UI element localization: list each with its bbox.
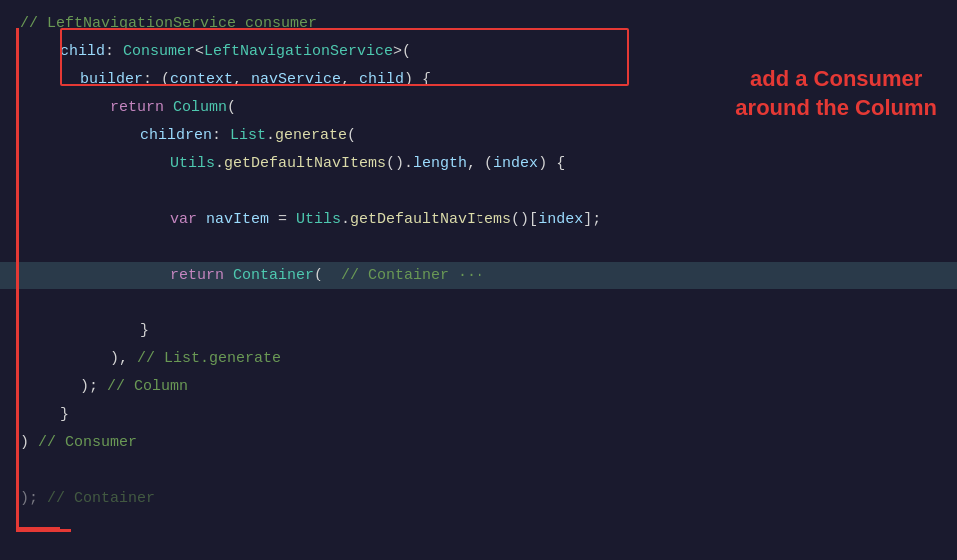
code-line-1: // LeftNavigationService consumer — [0, 10, 957, 38]
code-token: ); — [20, 485, 47, 513]
code-token: : ( — [143, 66, 170, 94]
code-token: : — [212, 122, 230, 150]
code-token: navService — [251, 66, 341, 94]
code-line-15: } — [0, 401, 957, 429]
code-token: getDefaultNavItems — [224, 150, 386, 178]
code-token: >( — [393, 38, 411, 66]
code-token: ()[ — [511, 206, 538, 234]
code-token: Consumer — [123, 38, 195, 66]
code-token: : — [105, 38, 123, 66]
code-token: index — [493, 150, 538, 178]
code-token: ) { — [404, 66, 431, 94]
code-line-4: return Column( — [0, 94, 957, 122]
code-token: ); — [80, 373, 107, 401]
code-token: (). — [386, 150, 413, 178]
code-line-8: var navItem = Utils.getDefaultNavItems()… — [0, 206, 957, 234]
code-token: . — [215, 150, 224, 178]
code-token: children — [140, 122, 212, 150]
code-token: ( — [347, 122, 356, 150]
code-token: ) — [20, 429, 38, 457]
code-token: Container — [233, 262, 314, 289]
code-token: // Column — [107, 373, 188, 401]
code-token: List — [230, 122, 266, 150]
code-line-11 — [0, 289, 957, 317]
code-line-18: ); // Container — [0, 485, 957, 513]
code-token: length — [413, 150, 467, 178]
code-token: getDefaultNavItems — [350, 206, 511, 234]
code-token: Utils — [296, 206, 341, 234]
code-token: ( — [227, 94, 236, 122]
code-line-17 — [0, 457, 957, 485]
code-token: LeftNavigationService — [204, 38, 393, 66]
code-editor: add a Consumer around the Column // Left… — [0, 0, 957, 560]
red-bottom-line — [16, 529, 71, 532]
code-token: } — [60, 401, 69, 429]
code-line-6: Utils.getDefaultNavItems().length, (inde… — [0, 150, 957, 178]
code-token: child — [60, 38, 105, 66]
code-line-14: ); // Column — [0, 373, 957, 401]
code-token: ]; — [583, 206, 601, 234]
code-token: . — [266, 122, 275, 150]
code-token: . — [341, 206, 350, 234]
code-token: // LeftNavigationService consumer — [20, 10, 317, 38]
code-line-10: return Container( // Container ··· — [0, 262, 957, 289]
code-line-9 — [0, 234, 957, 262]
code-token: , ( — [467, 150, 493, 178]
code-token: return — [110, 94, 173, 122]
code-token: , — [341, 66, 359, 94]
code-token: index — [538, 206, 583, 234]
code-token: Column — [173, 94, 227, 122]
code-line-16: ) // Consumer — [0, 429, 957, 457]
code-token: builder — [80, 66, 143, 94]
code-token: // Consumer — [38, 429, 137, 457]
code-line-3: builder: (context, navService, child) { — [0, 66, 957, 94]
code-token: Utils — [170, 150, 215, 178]
code-line-7 — [0, 178, 957, 206]
code-token: } — [140, 317, 149, 345]
code-token: ), — [110, 345, 137, 373]
code-token: ( — [314, 262, 341, 289]
code-token: // List.generate — [137, 345, 281, 373]
code-token: ) { — [538, 150, 565, 178]
code-token: < — [195, 38, 204, 66]
code-token: = — [269, 206, 296, 234]
code-token: context — [170, 66, 233, 94]
code-line-5: children: List.generate( — [0, 122, 957, 150]
code-token: navItem — [206, 206, 269, 234]
code-token: var — [170, 206, 206, 234]
code-token: generate — [275, 122, 347, 150]
code-line-2: child: Consumer<LeftNavigationService>( — [0, 38, 957, 66]
code-line-13: ), // List.generate — [0, 345, 957, 373]
code-line-12: } — [0, 317, 957, 345]
code-token: // Container ··· — [341, 262, 484, 289]
code-token: return — [170, 262, 233, 289]
code-token: child — [359, 66, 404, 94]
code-token: // Container — [47, 485, 155, 513]
code-token: , — [233, 66, 251, 94]
